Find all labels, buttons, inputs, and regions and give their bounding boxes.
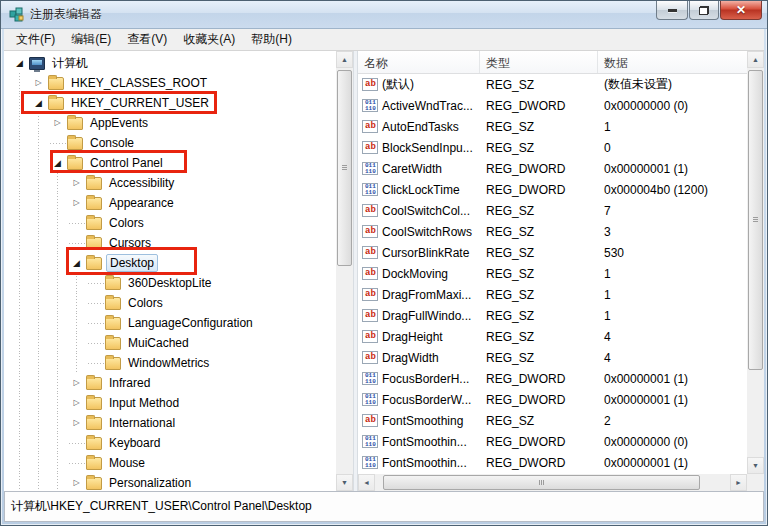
tree-label[interactable]: Infrared	[106, 375, 153, 391]
registry-value-row[interactable]: FocusBorderW...REG_DWORD0x00000001 (1)	[358, 389, 747, 410]
registry-value-row[interactable]: DragWidthREG_SZ4	[358, 347, 747, 368]
tree-label[interactable]: Personalization	[106, 475, 194, 491]
value-name[interactable]: DragHeight	[382, 330, 443, 344]
registry-value-row[interactable]: FontSmoothin...REG_DWORD0x00000001 (1)	[358, 452, 747, 473]
tree-item-infrared[interactable]: ▷Infrared	[4, 373, 336, 393]
tree-label[interactable]: Console	[87, 135, 137, 151]
tree-label[interactable]: HKEY_CLASSES_ROOT	[68, 75, 210, 91]
list-vertical-scrollbar[interactable]: ▲ ▼	[747, 51, 764, 474]
tree-label[interactable]: Control Panel	[87, 155, 166, 171]
registry-value-row[interactable]: FocusBorderH...REG_DWORD0x00000001 (1)	[358, 368, 747, 389]
registry-value-row[interactable]: ActiveWndTrac...REG_DWORD0x00000000 (0)	[358, 95, 747, 116]
scroll-up-icon[interactable]: ▲	[747, 51, 764, 68]
value-name[interactable]: ActiveWndTrac...	[382, 99, 473, 113]
tree-label[interactable]: WindowMetrics	[125, 355, 212, 371]
collapsed-arrow-icon[interactable]: ▷	[67, 193, 86, 213]
tree-label[interactable]: International	[106, 415, 178, 431]
value-name[interactable]: CoolSwitchRows	[382, 225, 472, 239]
value-name[interactable]: ClickLockTime	[382, 183, 460, 197]
tree-vertical-scrollbar[interactable]: ▲ ▼	[336, 51, 353, 491]
tree-item-console[interactable]: Console	[4, 133, 336, 153]
tree-item-languageconfiguration[interactable]: LanguageConfiguration	[4, 313, 336, 333]
expanded-arrow-icon[interactable]: ◢	[29, 93, 48, 113]
tree-item-muicached[interactable]: MuiCached	[4, 333, 336, 353]
menu-help[interactable]: 帮助(H)	[243, 29, 300, 50]
registry-value-row[interactable]: ClickLockTimeREG_DWORD0x000004b0 (1200)	[358, 179, 747, 200]
title-bar[interactable]: 注册表编辑器 ✕	[1, 1, 767, 29]
tree-scrollbar-thumb[interactable]	[337, 70, 352, 266]
collapsed-arrow-icon[interactable]: ▷	[67, 413, 86, 433]
tree-item-control-panel[interactable]: ◢Control Panel	[4, 153, 336, 173]
tree-label[interactable]: Cursors	[106, 235, 154, 251]
collapsed-arrow-icon[interactable]: ▷	[29, 73, 48, 93]
expanded-arrow-icon[interactable]: ◢	[10, 53, 29, 73]
tree-label[interactable]: Colors	[125, 295, 166, 311]
close-button[interactable]: ✕	[720, 1, 762, 20]
value-name[interactable]: CursorBlinkRate	[382, 246, 469, 260]
value-name[interactable]: FontSmoothing	[382, 414, 463, 428]
tree-label[interactable]: Input Method	[106, 395, 182, 411]
registry-value-row[interactable]: CaretWidthREG_DWORD0x00000001 (1)	[358, 158, 747, 179]
tree-label[interactable]: Mouse	[106, 455, 148, 471]
scroll-down-icon[interactable]: ▼	[747, 457, 764, 474]
value-name[interactable]: DragFullWindo...	[382, 309, 471, 323]
tree-label[interactable]: Desktop	[106, 254, 158, 272]
registry-value-row[interactable]: DragHeightREG_SZ4	[358, 326, 747, 347]
scroll-right-icon[interactable]: ►	[730, 474, 747, 491]
collapsed-arrow-icon[interactable]: ▷	[48, 113, 67, 133]
registry-value-row[interactable]: AutoEndTasksREG_SZ1	[358, 116, 747, 137]
registry-value-row[interactable]: DragFromMaxi...REG_SZ1	[358, 284, 747, 305]
tree-label[interactable]: Accessibility	[106, 175, 177, 191]
registry-value-row[interactable]: BlockSendInpu...REG_SZ0	[358, 137, 747, 158]
expanded-arrow-icon[interactable]: ◢	[67, 253, 86, 273]
column-header-type[interactable]: 类型	[480, 51, 598, 73]
expanded-arrow-icon[interactable]: ◢	[48, 153, 67, 173]
tree-item-international[interactable]: ▷International	[4, 413, 336, 433]
value-name[interactable]: DragWidth	[382, 351, 439, 365]
list-horizontal-scrollbar[interactable]: ◄ ►	[358, 474, 747, 491]
restore-button[interactable]	[689, 1, 719, 20]
value-name[interactable]: CaretWidth	[382, 162, 442, 176]
tree-label[interactable]: Colors	[106, 215, 147, 231]
tree-item-keyboard[interactable]: Keyboard	[4, 433, 336, 453]
tree-label[interactable]: AppEvents	[87, 115, 151, 131]
value-name[interactable]: BlockSendInpu...	[382, 141, 473, 155]
tree-item-appevents[interactable]: ▷AppEvents	[4, 113, 336, 133]
minimize-button[interactable]	[656, 1, 688, 20]
scroll-up-icon[interactable]: ▲	[336, 51, 353, 68]
menu-favorites[interactable]: 收藏夹(A)	[175, 29, 243, 50]
tree-label[interactable]: 360DesktopLite	[125, 275, 214, 291]
collapsed-arrow-icon[interactable]: ▷	[67, 173, 86, 193]
tree-item-desktop[interactable]: ◢Desktop	[4, 253, 336, 273]
collapsed-arrow-icon[interactable]: ▷	[67, 473, 86, 491]
value-name[interactable]: FocusBorderW...	[382, 393, 471, 407]
tree-item-360desktoplite[interactable]: 360DesktopLite	[4, 273, 336, 293]
value-name[interactable]: FontSmoothin...	[382, 456, 467, 470]
tree-item-input-method[interactable]: ▷Input Method	[4, 393, 336, 413]
value-name[interactable]: DockMoving	[382, 267, 448, 281]
registry-value-row[interactable]: CoolSwitchRowsREG_SZ3	[358, 221, 747, 242]
list-scrollbar-thumb[interactable]	[748, 70, 763, 370]
tree-item-personalization[interactable]: ▷Personalization	[4, 473, 336, 491]
value-name[interactable]: FocusBorderH...	[382, 372, 469, 386]
registry-value-row[interactable]: DragFullWindo...REG_SZ1	[358, 305, 747, 326]
registry-value-row[interactable]: CursorBlinkRateREG_SZ530	[358, 242, 747, 263]
tree-item-mouse[interactable]: Mouse	[4, 453, 336, 473]
horizontal-scroll-track[interactable]	[375, 474, 730, 491]
tree-item-windowmetrics[interactable]: WindowMetrics	[4, 353, 336, 373]
tree-label[interactable]: 计算机	[49, 54, 91, 73]
registry-value-row[interactable]: FontSmoothingREG_SZ2	[358, 410, 747, 431]
tree-item-hkey-classes-root[interactable]: ▷HKEY_CLASSES_ROOT	[4, 73, 336, 93]
column-header-data[interactable]: 数据	[598, 51, 747, 73]
registry-value-row[interactable]: CoolSwitchCol...REG_SZ7	[358, 200, 747, 221]
tree-item-hkey-current-user[interactable]: ◢HKEY_CURRENT_USER	[4, 93, 336, 113]
collapsed-arrow-icon[interactable]: ▷	[67, 393, 86, 413]
value-name[interactable]: CoolSwitchCol...	[382, 204, 470, 218]
tree-item-accessibility[interactable]: ▷Accessibility	[4, 173, 336, 193]
column-header-name[interactable]: 名称	[358, 51, 480, 73]
tree-label[interactable]: MuiCached	[125, 335, 192, 351]
tree-label[interactable]: LanguageConfiguration	[125, 315, 256, 331]
tree-label[interactable]: Keyboard	[106, 435, 163, 451]
tree-item-appearance[interactable]: ▷Appearance	[4, 193, 336, 213]
collapsed-arrow-icon[interactable]: ▷	[67, 373, 86, 393]
